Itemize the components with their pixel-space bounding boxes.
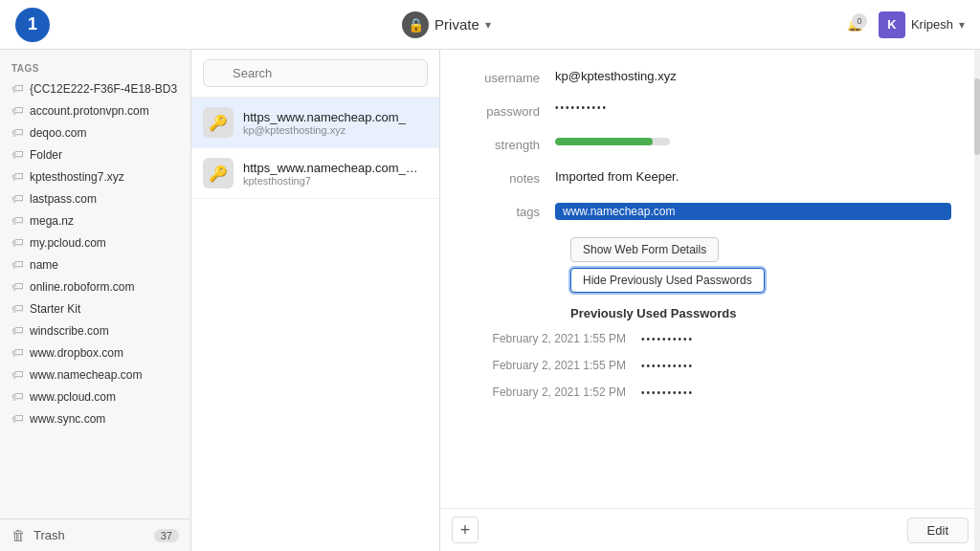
password-label: password <box>469 102 555 119</box>
sidebar-item-label: www.sync.com <box>30 412 105 426</box>
vault-selector[interactable]: 🔒 Private ▾ <box>402 11 491 38</box>
sidebar-item-tag-8[interactable]: 🏷 name <box>0 253 190 276</box>
sidebar-item-tag-12[interactable]: 🏷 www.dropbox.com <box>0 342 190 364</box>
sidebar-scroll: TAGS 🏷 {CC12E222-F36F-4E18-BD3 🏷 account… <box>0 50 190 518</box>
sidebar-item-label: my.pcloud.com <box>30 236 106 250</box>
tag-icon: 🏷 <box>11 81 24 96</box>
sidebar-item-tag-10[interactable]: 🏷 Starter Kit <box>0 298 190 320</box>
sidebar-item-label: online.roboform.com <box>30 280 134 294</box>
tag-icon: 🏷 <box>11 389 24 404</box>
logo-icon: 1 <box>28 14 37 34</box>
password-value: •••••••••• <box>555 102 951 113</box>
sidebar-item-tag-6[interactable]: 🏷 mega.nz <box>0 209 190 231</box>
sidebar-item-tag-5[interactable]: 🏷 lastpass.com <box>0 187 190 209</box>
trash-label: Trash <box>33 528 65 542</box>
prev-row-0: February 2, 2021 1:55 PM •••••••••• <box>469 332 951 345</box>
sidebar: TAGS 🏷 {CC12E222-F36F-4E18-BD3 🏷 account… <box>0 50 191 551</box>
item-title-0: https_www.namecheap.com_ <box>243 110 428 124</box>
sidebar-item-label: name <box>30 258 58 272</box>
strength-fill <box>555 138 653 145</box>
main-layout: TAGS 🏷 {CC12E222-F36F-4E18-BD3 🏷 account… <box>0 50 980 551</box>
strength-bar <box>555 138 670 145</box>
detail-buttons: Show Web Form Details Hide Previously Us… <box>570 237 951 293</box>
tag-icon: 🏷 <box>11 301 24 316</box>
list-items: 🔑 https_www.namecheap.com_ kp@kptesthost… <box>191 98 439 551</box>
tag-badge: www.namecheap.com <box>555 203 951 220</box>
prev-dots-1: •••••••••• <box>641 361 694 371</box>
tag-icon: 🏷 <box>11 345 24 360</box>
search-wrapper: 🔍 <box>203 59 428 87</box>
sidebar-item-tag-14[interactable]: 🏷 www.pcloud.com <box>0 386 190 408</box>
tag-icon: 🏷 <box>11 103 24 118</box>
notes-label: notes <box>469 169 555 186</box>
detail-panel: username kp@kptesthosting.xyz password •… <box>440 50 980 551</box>
tag-icon: 🏷 <box>11 257 24 272</box>
item-title-1: https_www.namecheap.com_my... <box>243 161 428 175</box>
notes-row: notes Imported from Keeper. <box>469 169 951 186</box>
sidebar-item-tag-15[interactable]: 🏷 www.sync.com <box>0 408 190 430</box>
list-item-1[interactable]: 🔑 https_www.namecheap.com_my... kptestho… <box>191 148 439 199</box>
tags-row: tags www.namecheap.com <box>469 203 951 220</box>
tag-icon: 🏷 <box>11 169 24 184</box>
prev-date-2: February 2, 2021 1:52 PM <box>469 386 641 399</box>
show-web-form-button[interactable]: Show Web Form Details <box>570 237 719 262</box>
sidebar-item-label: Starter Kit <box>30 302 80 316</box>
tag-icon: 🏷 <box>11 191 24 206</box>
sidebar-item-tag-1[interactable]: 🏷 account.protonvpn.com <box>0 99 190 121</box>
list-panel: 🔍 🔑 https_www.namecheap.com_ kp@kptestho… <box>191 50 440 551</box>
add-item-button[interactable]: + <box>452 517 479 543</box>
item-details-0: https_www.namecheap.com_ kp@kptesthostin… <box>243 110 428 136</box>
list-item-0[interactable]: 🔑 https_www.namecheap.com_ kp@kptesthost… <box>191 98 439 148</box>
tag-icon: 🏷 <box>11 279 24 294</box>
tag-icon: 🏷 <box>11 213 24 228</box>
scrollbar-thumb <box>974 78 980 155</box>
sidebar-item-tag-0[interactable]: 🏷 {CC12E222-F36F-4E18-BD3 <box>0 77 190 99</box>
item-icon-0: 🔑 <box>203 107 234 138</box>
user-avatar: K <box>879 11 905 38</box>
username-value: kp@kptesthosting.xyz <box>555 69 951 83</box>
sidebar-item-label: deqoo.com <box>30 126 86 140</box>
strength-label: strength <box>469 136 555 152</box>
sidebar-item-label: www.dropbox.com <box>30 346 123 360</box>
tags-label: tags <box>469 203 555 219</box>
top-bar: 1 🔒 Private ▾ 🔔 0 K Kripesh ▾ <box>0 0 980 50</box>
edit-button[interactable]: Edit <box>907 518 969 543</box>
search-input[interactable] <box>203 59 428 87</box>
search-box: 🔍 <box>191 50 439 98</box>
tag-icon: 🏷 <box>11 235 24 250</box>
sidebar-item-label: {CC12E222-F36F-4E18-BD3 <box>30 82 177 96</box>
strength-row: strength <box>469 136 951 152</box>
prev-date-1: February 2, 2021 1:55 PM <box>469 359 641 372</box>
sidebar-item-tag-9[interactable]: 🏷 online.roboform.com <box>0 276 190 298</box>
tag-icon: 🏷 <box>11 367 24 382</box>
notif-badge: 0 <box>852 13 867 29</box>
notifications-button[interactable]: 🔔 0 <box>843 13 867 35</box>
hide-prev-passwords-button[interactable]: Hide Previously Used Passwords <box>570 268 765 293</box>
sidebar-item-tag-2[interactable]: 🏷 deqoo.com <box>0 121 190 143</box>
sidebar-item-label: www.namecheap.com <box>30 368 142 382</box>
prev-dots-2: •••••••••• <box>641 387 694 398</box>
sidebar-item-label: lastpass.com <box>30 192 97 206</box>
vault-name: Private <box>434 16 479 33</box>
user-menu-button[interactable]: K Kripesh ▾ <box>879 11 965 38</box>
logo-button[interactable]: 1 <box>15 8 50 42</box>
detail-scrollbar[interactable] <box>974 50 980 551</box>
trash-item[interactable]: 🗑 Trash 37 <box>0 518 190 551</box>
top-right-actions: 🔔 0 K Kripesh ▾ <box>843 11 965 38</box>
detail-footer: + Edit <box>440 508 980 551</box>
user-name: Kripesh <box>911 17 953 32</box>
user-chevron-icon: ▾ <box>959 18 965 32</box>
tag-icon: 🏷 <box>11 323 24 338</box>
sidebar-item-tag-3[interactable]: 🏷 Folder <box>0 143 190 165</box>
sidebar-item-tag-11[interactable]: 🏷 windscribe.com <box>0 320 190 342</box>
prev-passwords-title: Previously Used Passwords <box>570 306 951 320</box>
trash-icon: 🗑 <box>11 527 26 543</box>
sidebar-item-tag-4[interactable]: 🏷 kptesthosting7.xyz <box>0 165 190 187</box>
vault-icon: 🔒 <box>402 11 429 38</box>
item-subtitle-1: kptesthosting7 <box>243 175 428 187</box>
tag-icon: 🏷 <box>11 147 24 162</box>
trash-count: 37 <box>154 529 179 542</box>
sidebar-item-tag-7[interactable]: 🏷 my.pcloud.com <box>0 231 190 253</box>
sidebar-item-label: www.pcloud.com <box>30 390 116 404</box>
sidebar-item-tag-13[interactable]: 🏷 www.namecheap.com <box>0 364 190 386</box>
